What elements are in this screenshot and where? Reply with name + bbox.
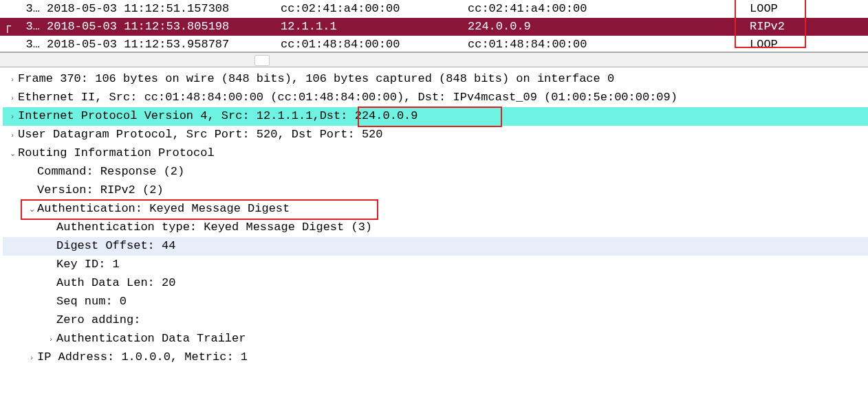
packet-proto: RIPv2: [750, 18, 846, 36]
packet-proto: LOOP: [750, 36, 846, 52]
tree-label: IP Address: 1.0.0.0, Metric: 1: [37, 348, 248, 366]
packet-dst: cc:02:41:a4:00:00: [468, 0, 750, 18]
packet-proto: LOOP: [750, 0, 846, 18]
tree-node-frame[interactable]: › Frame 370: 106 bytes on wire (848 bits…: [3, 70, 868, 89]
tree-node-auth-type[interactable]: Authentication type: Keyed Message Diges…: [3, 219, 868, 237]
tree-node-key-id[interactable]: Key ID: 1: [3, 256, 868, 274]
packet-details[interactable]: › Frame 370: 106 bytes on wire (848 bits…: [0, 67, 868, 402]
packet-dst: 224.0.0.9: [468, 18, 750, 36]
tree-label: Seq num: 0: [56, 293, 127, 311]
packet-src: 12.1.1.1: [281, 18, 468, 36]
tree-node-auth[interactable]: ⌄ Authentication: Keyed Message Digest: [3, 200, 868, 219]
row-marker-icon: ┌: [0, 18, 14, 36]
chevron-right-icon[interactable]: ›: [7, 92, 18, 104]
tree-node-version[interactable]: Version: RIPv2 (2): [3, 181, 868, 200]
tree-node-seq-num[interactable]: Seq num: 0: [3, 293, 868, 311]
tree-node-udp[interactable]: › User Datagram Protocol, Src Port: 520,…: [3, 126, 868, 144]
tree-label: Zero adding:: [56, 311, 140, 329]
chevron-right-icon[interactable]: ›: [7, 74, 18, 85]
packet-row-selected[interactable]: 3… 2018-05-03 11:12:53.805198 12.1.1.1 2…: [0, 18, 868, 36]
tree-node-rip[interactable]: ⌄ Routing Information Protocol: [3, 144, 868, 163]
packet-src: cc:02:41:a4:00:00: [281, 0, 468, 18]
tree-label: Auth Data Len: 20: [56, 274, 175, 292]
tree-node-ip[interactable]: › Internet Protocol Version 4, Src: 12.1…: [3, 107, 868, 126]
tree-label: User Datagram Protocol, Src Port: 520, D…: [18, 126, 383, 144]
tree-node-command[interactable]: Command: Response (2): [3, 163, 868, 181]
packet-no: 3…: [0, 0, 47, 18]
pane-divider[interactable]: [0, 52, 868, 67]
tree-label: Version: RIPv2 (2): [37, 181, 164, 199]
chevron-right-icon[interactable]: ›: [7, 129, 18, 141]
packet-row[interactable]: 3… 2018-05-03 11:12:53.958787 cc:01:48:8…: [0, 36, 868, 52]
packet-row[interactable]: 3… 2018-05-03 11:12:51.157308 cc:02:41:a…: [0, 0, 868, 18]
tree-label: Authentication type: Keyed Message Diges…: [56, 219, 372, 236]
tree-label: Authentication: Keyed Message Digest: [37, 200, 290, 218]
tree-label: Authentication Data Trailer: [56, 330, 246, 348]
tree-label: Ethernet II, Src: cc:01:48:84:00:00 (cc:…: [18, 89, 677, 107]
chevron-down-icon[interactable]: ⌄: [7, 148, 18, 159]
tree-node-zero-adding[interactable]: Zero adding:: [3, 311, 868, 330]
tree-label-ip-prefix: Internet Protocol Version 4, Src: 12.1.1…: [18, 107, 320, 125]
tree-node-ethernet[interactable]: › Ethernet II, Src: cc:01:48:84:00:00 (c…: [3, 89, 868, 107]
chevron-right-icon[interactable]: ›: [45, 333, 56, 345]
packet-src: cc:01:48:84:00:00: [281, 36, 468, 52]
chevron-down-icon[interactable]: ⌄: [26, 203, 37, 215]
packet-time: 2018-05-03 11:12:53.958787: [47, 36, 281, 52]
tree-node-ip-address[interactable]: › IP Address: 1.0.0.0, Metric: 1: [3, 348, 868, 367]
tree-node-auth-trailer[interactable]: › Authentication Data Trailer: [3, 330, 868, 348]
chevron-right-icon[interactable]: ›: [26, 352, 37, 364]
chevron-right-icon[interactable]: ›: [7, 111, 18, 122]
packet-no: 3…: [0, 36, 47, 52]
packet-dst: cc:01:48:84:00:00: [468, 36, 750, 52]
tree-label: Frame 370: 106 bytes on wire (848 bits),…: [18, 70, 614, 88]
tree-label: Key ID: 1: [56, 256, 120, 273]
packet-list[interactable]: 3… 2018-05-03 11:12:51.157308 cc:02:41:a…: [0, 0, 868, 52]
tree-label: Digest Offset: 44: [56, 237, 175, 255]
tree-label: Routing Information Protocol: [18, 144, 215, 162]
tree-label: Command: Response (2): [37, 163, 184, 181]
tree-node-auth-len[interactable]: Auth Data Len: 20: [3, 274, 868, 293]
packet-time: 2018-05-03 11:12:51.157308: [47, 0, 281, 18]
packet-time: 2018-05-03 11:12:53.805198: [47, 18, 281, 36]
tree-label-ip-dst: Dst: 224.0.0.9: [320, 107, 418, 125]
tree-node-digest-offset[interactable]: Digest Offset: 44: [3, 237, 868, 256]
